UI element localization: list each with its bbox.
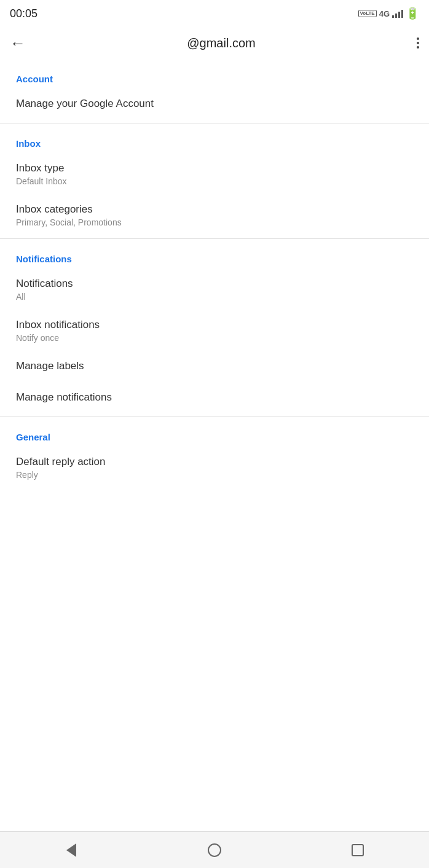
section-inbox: Inbox Inbox type Default Inbox Inbox cat… — [0, 126, 429, 236]
section-header-inbox: Inbox — [0, 126, 429, 154]
manage-google-account-item[interactable]: Manage your Google Account — [0, 89, 429, 120]
notifications-title: Notifications — [16, 278, 413, 290]
back-nav-icon — [66, 843, 76, 857]
section-notifications: Notifications Notifications All Inbox no… — [0, 241, 429, 414]
section-header-account: Account — [0, 61, 429, 89]
nav-recent-button[interactable] — [339, 838, 376, 862]
status-icons: VoLTE 4G 🔋 — [358, 7, 420, 20]
section-header-notifications: Notifications — [0, 241, 429, 269]
volte-icon: VoLTE — [358, 10, 377, 17]
manage-notifications-title: Manage notifications — [16, 391, 413, 404]
section-header-general: General — [0, 420, 429, 447]
status-bar: 00:05 VoLTE 4G 🔋 — [0, 0, 429, 25]
inbox-type-title: Inbox type — [16, 162, 413, 174]
inbox-notifications-item[interactable]: Inbox notifications Notify once — [0, 310, 429, 351]
settings-content: Account Manage your Google Account Inbox… — [0, 61, 429, 831]
manage-notifications-item[interactable]: Manage notifications — [0, 383, 429, 414]
default-reply-action-item[interactable]: Default reply action Reply — [0, 447, 429, 488]
inbox-notifications-subtitle: Notify once — [16, 333, 413, 343]
manage-labels-item[interactable]: Manage labels — [0, 351, 429, 383]
default-reply-action-subtitle: Reply — [16, 470, 413, 480]
inbox-categories-subtitle: Primary, Social, Promotions — [16, 217, 413, 227]
divider-account-inbox — [0, 123, 429, 123]
manage-labels-title: Manage labels — [16, 360, 413, 372]
signal-bars-icon — [392, 9, 403, 18]
inbox-notifications-title: Inbox notifications — [16, 319, 413, 331]
page-title: @gmail.com — [26, 36, 417, 50]
notifications-item[interactable]: Notifications All — [0, 269, 429, 310]
divider-inbox-notifications — [0, 238, 429, 239]
dot-2 — [417, 42, 419, 44]
status-time: 00:05 — [10, 7, 37, 20]
back-button[interactable]: ← — [10, 35, 26, 51]
recent-nav-icon — [352, 844, 364, 856]
nav-home-button[interactable] — [196, 838, 233, 862]
top-bar: ← @gmail.com — [0, 25, 429, 61]
home-nav-icon — [208, 843, 221, 857]
battery-icon: 🔋 — [406, 7, 419, 20]
inbox-type-item[interactable]: Inbox type Default Inbox — [0, 154, 429, 195]
divider-notifications-general — [0, 416, 429, 417]
inbox-categories-item[interactable]: Inbox categories Primary, Social, Promot… — [0, 195, 429, 236]
network-icon: 4G — [379, 9, 390, 18]
section-general: General Default reply action Reply — [0, 420, 429, 488]
inbox-type-subtitle: Default Inbox — [16, 176, 413, 186]
dot-3 — [417, 46, 419, 49]
nav-back-button[interactable] — [53, 838, 90, 862]
inbox-categories-title: Inbox categories — [16, 203, 413, 216]
dot-1 — [417, 37, 419, 40]
manage-google-account-title: Manage your Google Account — [16, 98, 413, 110]
bottom-nav — [0, 831, 429, 868]
more-options-button[interactable] — [417, 37, 419, 49]
default-reply-action-title: Default reply action — [16, 456, 413, 468]
section-account: Account Manage your Google Account — [0, 61, 429, 120]
notifications-subtitle: All — [16, 292, 413, 302]
